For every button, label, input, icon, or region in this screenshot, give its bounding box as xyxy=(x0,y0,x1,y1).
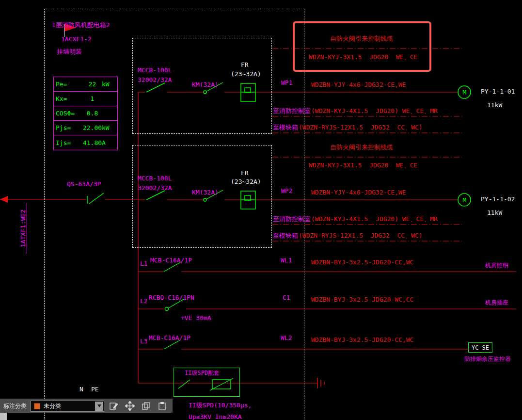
highlight-annotation-box[interactable] xyxy=(293,21,431,72)
feeder-l3-circuit[interactable]: WL2 xyxy=(281,334,292,341)
branch2-rating-label[interactable]: 32002/32A xyxy=(138,184,172,192)
branch2-module-box-label[interactable]: 至模块箱 xyxy=(273,232,298,239)
param-value: 22.00 xyxy=(83,124,102,131)
spd-spec-line1[interactable]: II级SPD(10/350μs, xyxy=(189,402,252,409)
motor2-letter[interactable]: M xyxy=(461,196,468,204)
branch1-contactor-label[interactable]: KM(32A) xyxy=(192,81,219,88)
param-row-pjs: Pjs= 22.00 kW xyxy=(54,121,117,135)
param-unit: kW xyxy=(102,124,117,131)
feeder-l3-breaker[interactable]: MCB-C16A/1P xyxy=(149,334,190,341)
feeder-l1-breaker[interactable]: MCB-C16A/1P xyxy=(150,257,192,264)
branch1-rating-label[interactable]: 32002/32A xyxy=(138,76,172,83)
category-dropdown-value: 未分类 xyxy=(44,402,61,410)
feeder-l2-load[interactable]: 机房插座 xyxy=(485,299,508,307)
branch1-ctrl-room-cable[interactable]: (WDZN-KYJ-4X1.5 JDG20) WE、CE、MR xyxy=(311,107,438,114)
branch2-circuit-label[interactable]: WP2 xyxy=(281,187,292,194)
feeder-l1-cable[interactable]: WDZBN-BYJ-3x2.5-JDG20-CC,WC xyxy=(311,258,413,266)
param-unit: kW xyxy=(102,81,117,88)
feeder-l2-cable[interactable]: WDZBN-BYJ-3x2.5-JDG20-WC,CC xyxy=(311,296,413,303)
branch1-module-box-cable[interactable]: (WDZN-RYJS-12X1.5 JDG32 CC、WC) xyxy=(299,124,423,131)
feeder-l2-circuit[interactable]: C1 xyxy=(283,294,290,301)
branch1-relay-label[interactable]: FR xyxy=(241,61,249,68)
param-label: Kx= xyxy=(54,95,83,102)
branch1-module-box-label[interactable]: 至模块箱 xyxy=(273,124,298,131)
branch2-ctrl-room-cable[interactable]: (WDZN-KYJ-4X1.5 JDG20) WE、CE、MR xyxy=(311,215,438,223)
panel-code[interactable]: 1ACXF1-2 xyxy=(61,35,92,43)
paste-tool-button[interactable] xyxy=(156,400,168,412)
feeder-l1-load[interactable]: 机房照明 xyxy=(485,262,508,269)
param-unit: A xyxy=(102,139,117,146)
branch2-damper-note-line1[interactable]: 自防火阀引来控制线缆 xyxy=(330,144,393,151)
category-dropdown[interactable]: 未分类 xyxy=(31,401,104,412)
branch2-contactor-label[interactable]: KM(32A) xyxy=(192,189,219,196)
dropdown-arrow-button[interactable] xyxy=(95,402,103,411)
branch1-circuit-label[interactable]: WP1 xyxy=(281,79,292,86)
branch2-cable-label[interactable]: WDZBN-YJY-4x6-JDG32-CE,WE xyxy=(311,189,406,196)
param-row-pe: Pe= 22 kW xyxy=(54,77,117,92)
param-value: 1 xyxy=(83,95,102,102)
feeder-l1-circuit[interactable]: WL1 xyxy=(281,257,292,264)
panel-name[interactable]: 1层消防风机配电箱2 xyxy=(52,21,110,29)
feeder-l2-rcd[interactable]: +VE 30mA xyxy=(181,314,211,322)
motor1-letter[interactable]: M xyxy=(461,89,468,96)
feeder-l3-load[interactable]: 防排烟余压监控器 xyxy=(464,355,511,363)
feeder-l3-cable[interactable]: WDZBN-BYJ-3x2.5-JDG20-CC,WC xyxy=(311,336,413,343)
pencil-icon xyxy=(109,401,119,411)
panel-mount[interactable]: 挂墙明装 xyxy=(57,48,82,55)
pe-bus-label[interactable]: PE xyxy=(91,386,99,393)
param-row-kx: Kx= 1 xyxy=(54,92,117,106)
incoming-arrow xyxy=(0,196,8,203)
corner-grip[interactable] xyxy=(0,413,7,420)
param-label: Ijs= xyxy=(54,139,83,146)
category-color-swatch xyxy=(34,403,40,409)
param-label: COSΦ= xyxy=(54,110,83,117)
branch2-selection-box xyxy=(132,145,272,248)
pressure-sensor-box[interactable]: YC-SE xyxy=(468,342,492,353)
feeder-l2-breaker[interactable]: RCBO-C16/1PN xyxy=(149,294,194,301)
branch2-load-id[interactable]: PY-1-1-02 xyxy=(481,195,515,203)
branch1-cable-label[interactable]: WDZBN-YJY-4x6-JDG32-CE,WE xyxy=(311,81,406,88)
param-value: 22 xyxy=(83,81,102,88)
move-icon xyxy=(125,401,135,411)
param-label: Pjs= xyxy=(54,124,83,131)
branch2-relay-range[interactable]: (23~32A) xyxy=(231,178,261,185)
copy-icon xyxy=(141,401,151,411)
feeder-l3-pole[interactable]: L3 xyxy=(140,338,148,345)
branch1-load-id[interactable]: PY-1-1-01 xyxy=(481,88,515,95)
move-tool-button[interactable] xyxy=(124,400,136,412)
annotation-category-label: 标注分类 xyxy=(3,402,27,410)
pressure-sensor-label: YC-SE xyxy=(472,344,489,351)
branch2-damper-note-line2[interactable]: WDZN-KYJ-3X1.5 JDG20 WE、CE xyxy=(309,162,417,169)
branch2-module-box-cable[interactable]: (WDZN-RYJS-12X1.5 JDG32 CC、WC) xyxy=(299,232,423,239)
branch2-breaker-label[interactable]: MCCB-100L xyxy=(138,175,172,182)
main-switch-label[interactable]: QS-63A/3P xyxy=(67,180,101,188)
branch1-breaker-label[interactable]: MCCB-100L xyxy=(138,66,172,74)
feeder-l2-pole[interactable]: L2 xyxy=(140,297,148,305)
n-bus-label[interactable]: N xyxy=(79,386,83,393)
annotate-tool-button[interactable] xyxy=(108,400,120,412)
branch1-ctrl-room-label[interactable]: 至消防控制室 xyxy=(273,107,311,114)
feeder-l1-pole[interactable]: L1 xyxy=(140,260,148,267)
param-row-ijs: Ijs= 41.80 A xyxy=(54,135,117,150)
param-label: Pe= xyxy=(54,81,83,88)
copy-tool-button[interactable] xyxy=(140,400,152,412)
spd-spec-line2[interactable]: Up≤3KV In≥20KA xyxy=(189,413,242,420)
param-value: 0.8 xyxy=(83,110,102,117)
cad-viewport[interactable]: 1层消防风机配电箱2 1ACXF1-2 挂墙明装 Pe= 22 kW Kx= 1… xyxy=(0,0,522,420)
paste-icon xyxy=(157,401,167,411)
ground-symbol xyxy=(317,378,324,388)
branch1-relay-range[interactable]: (23~32A) xyxy=(231,70,261,78)
branch2-load-power[interactable]: 11kW xyxy=(487,209,502,216)
param-row-cos: COSΦ= 0.8 xyxy=(54,106,117,121)
branch2-ctrl-room-label[interactable]: 至消防控制室 xyxy=(273,215,311,223)
annotation-toolbar: 标注分类 未分类 xyxy=(0,399,173,413)
chevron-down-icon xyxy=(97,404,101,407)
incoming-feeder-label[interactable]: 1ATXF1:WE2 xyxy=(19,203,27,254)
param-value: 41.80 xyxy=(83,139,102,146)
load-parameters-table[interactable]: Pe= 22 kW Kx= 1 COSΦ= 0.8 Pjs= 22.00 kW … xyxy=(53,77,118,150)
branch2-relay-label[interactable]: FR xyxy=(241,169,249,177)
branch1-load-power[interactable]: 11kW xyxy=(487,101,502,109)
spd-box-label[interactable]: II级SPD配套 xyxy=(185,370,220,377)
